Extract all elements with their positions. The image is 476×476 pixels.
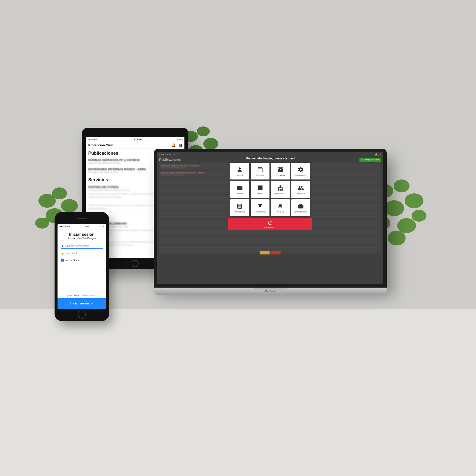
tile-label: Servicios <box>257 193 264 194</box>
login-button[interactable]: Iniciar sesión → <box>58 298 106 309</box>
folder-icon <box>237 185 243 191</box>
tile-servicios[interactable]: Servicios <box>251 181 269 198</box>
login-button-label: Iniciar sesión <box>70 302 89 305</box>
svg-point-4 <box>35 218 49 229</box>
tile-servicios-internos[interactable]: Servicios internos <box>291 199 310 216</box>
tile-label: Trámites <box>237 193 243 194</box>
tile-departamentos[interactable]: Departamentos <box>271 181 290 198</box>
remember-me[interactable]: ✓ Recuérdame <box>61 259 103 262</box>
arrow-right-icon: → <box>91 302 94 305</box>
tile-voluntarios[interactable]: Voluntarios <box>291 181 310 198</box>
gear-icon <box>298 166 304 173</box>
status-battery: 100% <box>98 225 104 228</box>
username-field[interactable]: 👤 Número de voluntario <box>61 244 103 249</box>
svg-point-11 <box>394 179 410 192</box>
tile-tramites[interactable]: Trámites <box>230 181 249 198</box>
app-title: Protección Civil <box>88 143 113 147</box>
lock-icon: 🔒 <box>61 252 64 255</box>
laptop-screen: Protección Civil 🔔▤ ＋ Crear publicación … <box>157 152 383 284</box>
tile-label: Calendario <box>256 174 264 176</box>
user-icon <box>237 166 243 173</box>
laptop-brand: MacBook <box>265 290 275 293</box>
app-header: Protección Civil 🔔 ▤ <box>86 142 184 149</box>
svg-rect-20 <box>280 189 281 190</box>
svg-point-7 <box>197 126 210 136</box>
power-icon <box>268 220 273 225</box>
car-icon <box>277 203 284 209</box>
user-icon: 👤 <box>61 245 64 247</box>
svg-rect-22 <box>238 205 239 206</box>
svg-point-17 <box>388 231 406 245</box>
phone-screen: •••○○ BELL 4:21 PM 100% Iniciar sesión P… <box>58 224 106 309</box>
svg-point-16 <box>412 210 426 222</box>
tile-configuracion[interactable]: Configuración <box>291 163 310 179</box>
status-time: 4:21 PM <box>80 225 89 228</box>
laptop-base: MacBook <box>154 288 387 295</box>
newspaper-icon <box>237 203 243 209</box>
tablet-home-button[interactable] <box>132 260 139 267</box>
laptop-screen-frame: Protección Civil 🔔▤ ＋ Crear publicación … <box>154 149 387 288</box>
tile-vehiculos[interactable]: Vehículos <box>271 199 290 216</box>
login-title: Iniciar sesión <box>60 232 104 237</box>
create-publication-label: Crear publicación <box>364 159 379 161</box>
menu-icon[interactable]: ▤ <box>179 143 182 147</box>
svg-point-26 <box>260 204 260 205</box>
checkbox-icon: ✓ <box>61 259 64 262</box>
phone-device: •••○○ BELL 4:21 PM 100% Iniciar sesión P… <box>55 212 109 321</box>
status-bar: •••○○ BELL 4:21 PM 100% <box>86 137 184 142</box>
dashboard-grid: Mi perfil Calendario Mensajería Configur… <box>228 163 312 216</box>
tile-label: Mi perfil <box>237 174 243 176</box>
svg-point-13 <box>384 200 404 216</box>
create-publication-button[interactable]: ＋ Crear publicación <box>359 158 382 162</box>
calendar-icon <box>257 166 263 173</box>
tile-label: Publicaciones <box>234 211 245 213</box>
tile-label: Transmisiones <box>254 211 266 213</box>
dashboard-modal: Bienvenido Sergio, buenas tardes! Mi per… <box>228 155 312 230</box>
antenna-icon <box>257 203 263 209</box>
status-carrier: •••○○ BELL <box>60 225 71 228</box>
tile-label: Departamentos <box>274 193 286 194</box>
status-bar: •••○○ BELL 4:21 PM 100% <box>58 224 106 229</box>
tile-label: Voluntarios <box>297 193 305 194</box>
status-battery: 100% <box>177 138 182 141</box>
tile-transmisiones[interactable]: Transmisiones <box>251 199 269 216</box>
svg-rect-19 <box>278 189 279 190</box>
bell-icon[interactable]: 🔔 <box>172 143 176 147</box>
modal-greeting: Bienvenido Sergio, buenas tardes! <box>228 155 312 163</box>
svg-point-1 <box>52 187 67 199</box>
password-field[interactable]: 🔒 Contraseña <box>61 251 103 256</box>
list-item <box>159 237 381 244</box>
username-placeholder: Número de voluntario <box>65 245 89 247</box>
tile-label: Configuración <box>295 174 306 176</box>
logout-button[interactable]: Cerrar sesión <box>228 218 312 230</box>
login-subtitle: Protección Civil Burgos <box>60 237 104 240</box>
tile-label: Servicios internos <box>294 211 307 213</box>
app-title: Protección Civil <box>159 153 175 156</box>
phone-home-button[interactable] <box>78 311 86 319</box>
svg-rect-18 <box>280 185 281 186</box>
forgot-password-link[interactable]: ¿Has olvidado tu contraseña? <box>58 292 106 298</box>
sitemap-icon <box>277 185 284 191</box>
login-header: Iniciar sesión Protección Civil Burgos <box>58 229 106 242</box>
tile-label: Mensajería <box>276 174 285 176</box>
tile-publicaciones[interactable]: Publicaciones <box>230 199 249 216</box>
svg-rect-21 <box>282 189 283 190</box>
users-icon <box>298 185 304 191</box>
mail-icon <box>277 166 284 173</box>
action-buttons <box>260 251 281 254</box>
password-placeholder: Contraseña <box>65 252 78 255</box>
bell-icon[interactable]: 🔔 <box>375 153 378 156</box>
tile-mensajeria[interactable]: Mensajería <box>271 163 290 179</box>
svg-point-2 <box>61 199 78 212</box>
status-time: 4:21 PM <box>134 138 142 141</box>
menu-icon[interactable]: ▤ <box>379 153 381 156</box>
tile-perfil[interactable]: Mi perfil <box>230 163 249 179</box>
tile-label: Vehículos <box>277 211 284 213</box>
svg-point-12 <box>405 193 423 208</box>
remember-label: Recuérdame <box>65 259 80 262</box>
tile-calendario[interactable]: Calendario <box>251 163 269 179</box>
status-carrier: •••○○ BELL <box>88 138 99 141</box>
svg-point-8 <box>203 138 218 150</box>
laptop-device: Protección Civil 🔔▤ ＋ Crear publicación … <box>154 149 387 295</box>
svg-point-15 <box>397 218 416 233</box>
